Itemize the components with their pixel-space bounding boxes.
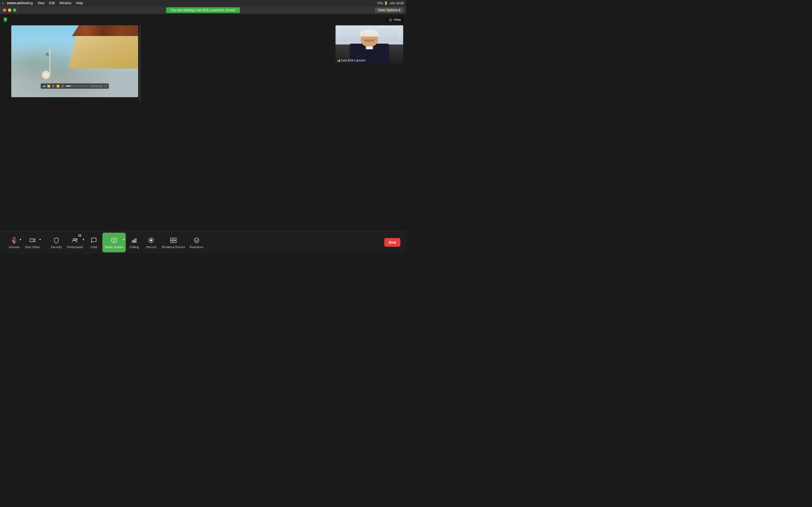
help-menu[interactable]: Help: [76, 1, 83, 5]
stop-video-label: Stop Video: [25, 245, 40, 249]
participant-video: Lars-Erik Larsson: [336, 25, 403, 63]
participants-icon-wrapper: 23: [71, 236, 79, 245]
roof-tiles: [68, 25, 139, 36]
shield-badge: [3, 17, 8, 23]
svg-rect-7: [135, 238, 137, 242]
panel-divider: [140, 25, 140, 101]
clock: sön 19:30: [390, 1, 404, 5]
expand-icon[interactable]: ⛶: [104, 85, 107, 88]
unmute-label: Unmute: [9, 245, 20, 249]
progress-fill: [66, 86, 70, 87]
time-total: 0:15:41.25: [90, 85, 102, 88]
breakout-rooms-label: Breakout Rooms: [162, 245, 185, 249]
svg-point-16: [197, 239, 198, 240]
close-button[interactable]: [3, 8, 6, 12]
stop-video-button[interactable]: Stop Video ▲: [22, 233, 42, 252]
edit-menu[interactable]: Edit: [49, 1, 55, 5]
participant-video-bg: [336, 25, 403, 63]
signal-bar-1: [338, 61, 338, 62]
main-content: 🎥 View ⏮ ⏪ ⏸ ⏩: [0, 14, 406, 231]
polling-button[interactable]: Polling: [126, 233, 143, 252]
record-icon: [147, 236, 155, 244]
svg-rect-13: [174, 240, 176, 242]
shared-screen-view: ⏮ ⏪ ⏸ ⏩ 🔊 0:15:41.25 ⛶: [11, 25, 138, 97]
shared-screen-content: ⏮ ⏪ ⏸ ⏩ 🔊 0:15:41.25 ⛶: [11, 25, 138, 97]
security-icon: [52, 236, 60, 244]
pause-icon[interactable]: ⏸: [52, 84, 55, 88]
svg-point-15: [195, 239, 196, 240]
participant-name-label: Lars-Erik Larsson: [338, 59, 365, 62]
reactions-button[interactable]: Reactions: [187, 233, 206, 252]
security-label: Security: [51, 245, 62, 249]
record-button[interactable]: Record: [143, 233, 160, 252]
battery-indicator: 72% 🔋: [377, 1, 388, 5]
video-controls[interactable]: ⏮ ⏪ ⏸ ⏩ 🔊 0:15:41.25 ⛶: [41, 83, 109, 89]
chat-label: Chat: [91, 245, 97, 249]
minimize-button[interactable]: [8, 8, 11, 12]
share-screen-button[interactable]: Share Screen ▲: [102, 233, 126, 252]
svg-rect-6: [134, 240, 135, 242]
svg-rect-10: [170, 238, 173, 240]
apple-menu[interactable]: : [2, 1, 4, 5]
signal-bar-2: [339, 60, 339, 62]
toolbar: Unmute ▲ Stop Video ▲ Security: [0, 231, 406, 253]
security-button[interactable]: Security: [48, 233, 65, 252]
polling-label: Polling: [130, 245, 139, 249]
window-menu[interactable]: Window: [59, 1, 71, 5]
record-label: Record: [146, 245, 156, 249]
view-options-button[interactable]: View Options ▾: [375, 8, 403, 13]
svg-rect-1: [30, 238, 34, 242]
participants-button[interactable]: 23 Participants ▲: [65, 233, 86, 252]
person-mouth-area: [364, 40, 374, 42]
participants-caret[interactable]: ▲: [82, 238, 85, 240]
participants-icon: [71, 236, 79, 244]
share-screen-icon: [110, 236, 118, 244]
svg-rect-12: [170, 240, 173, 242]
unmute-caret[interactable]: ▲: [19, 238, 22, 240]
titlebar: You are viewing Lars-Erik Larsson's scre…: [0, 6, 406, 14]
svg-point-3: [76, 238, 77, 240]
camera-icon: [29, 236, 36, 244]
traffic-lights: [3, 8, 16, 12]
share-screen-caret[interactable]: ▲: [122, 238, 125, 240]
signal-strength-icon: [338, 59, 340, 62]
stop-video-caret[interactable]: ▲: [39, 238, 42, 240]
chat-icon: [90, 236, 98, 244]
rewind-icon[interactable]: ⏪: [47, 85, 50, 88]
reactions-label: Reactions: [190, 245, 203, 249]
svg-point-14: [194, 238, 199, 242]
view-button[interactable]: 🎥 View: [386, 17, 403, 22]
maximize-button[interactable]: [13, 8, 16, 12]
end-button[interactable]: End: [384, 238, 400, 247]
meeting-menu[interactable]: Meeting: [20, 1, 33, 5]
lamp-post: [49, 47, 50, 76]
breakout-rooms-button[interactable]: Breakout Rooms: [160, 233, 187, 252]
svg-rect-5: [132, 240, 133, 242]
person-head: [361, 31, 378, 47]
screen-share-banner: You are viewing Lars-Erik Larsson's scre…: [166, 7, 240, 13]
menubar:  zoom.us Meeting View Edit Window Help …: [0, 0, 406, 6]
zoom-menu-item[interactable]: zoom.us: [7, 1, 21, 5]
svg-rect-11: [174, 238, 176, 240]
share-screen-label: Share Screen: [105, 245, 123, 249]
progress-bar[interactable]: [66, 86, 89, 87]
chat-button[interactable]: Chat: [86, 233, 102, 252]
svg-point-2: [73, 238, 75, 240]
person-hair: [360, 30, 378, 37]
breakout-rooms-icon: [169, 236, 177, 244]
microphone-icon: [10, 236, 18, 244]
volume-icon[interactable]: 🔊: [61, 85, 64, 88]
signal-bar-3: [340, 59, 340, 62]
participants-label: Participants: [67, 245, 83, 249]
svg-point-9: [150, 239, 152, 241]
view-menu[interactable]: View: [37, 1, 45, 5]
polling-icon: [130, 236, 138, 244]
reactions-icon: [193, 236, 200, 244]
unmute-button[interactable]: Unmute ▲: [6, 233, 22, 252]
bird: [46, 53, 49, 55]
participant-count: 23: [78, 234, 81, 237]
back-icon[interactable]: ⏮: [43, 85, 45, 88]
forward-icon[interactable]: ⏩: [56, 85, 59, 88]
